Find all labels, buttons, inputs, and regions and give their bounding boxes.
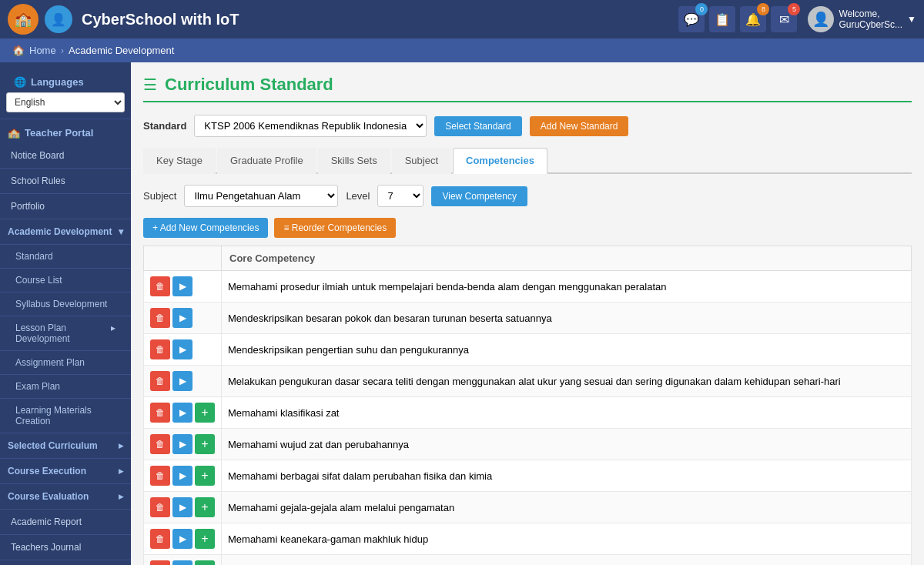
mail-badge: 5: [788, 3, 800, 15]
select-standard-button[interactable]: Select Standard: [434, 116, 521, 136]
subject-select[interactable]: Ilmu Pengetahuan Alam Bahasa Indonesia M…: [184, 185, 338, 207]
page-title: Curriculum Standard: [165, 75, 333, 95]
play-button-8[interactable]: ▶: [172, 529, 192, 549]
delete-button-2[interactable]: 🗑: [150, 339, 170, 359]
user-dropdown-icon[interactable]: ▼: [907, 14, 916, 25]
play-button-3[interactable]: ▶: [172, 371, 192, 391]
delete-button-0[interactable]: 🗑: [150, 276, 170, 296]
level-select[interactable]: 7 8 9: [377, 185, 424, 207]
main-layout: 🌐 Languages English Indonesian 🏫 Teacher…: [0, 62, 924, 565]
play-button-6[interactable]: ▶: [172, 466, 192, 486]
sidebar-item-portfolio[interactable]: Portfolio: [0, 194, 131, 219]
competency-table: Core Competency 🗑▶Memahami prosedur ilmi…: [143, 246, 912, 565]
sidebar-item-lesson-plan[interactable]: Lesson Plan Development ▸: [0, 316, 131, 351]
delete-button-4[interactable]: 🗑: [150, 403, 170, 423]
sidebar-item-course-list[interactable]: Course List: [0, 269, 131, 293]
app-title: CyberSchool with IoT: [82, 11, 678, 28]
note-button[interactable]: 📋: [709, 6, 735, 32]
delete-button-8[interactable]: 🗑: [150, 529, 170, 549]
delete-button-6[interactable]: 🗑: [150, 466, 170, 486]
table-row: 🗑▶Mendeskripsikan besaran pokok dan besa…: [144, 303, 912, 334]
sidebar-item-academic-report[interactable]: Academic Report: [0, 510, 131, 535]
sidebar-item-learning-materials[interactable]: Learning Materials Creation: [0, 399, 131, 433]
table-row: 🗑▶Mendeskripsikan pengertian suhu dan pe…: [144, 334, 912, 366]
course-execution-arrow: ▸: [119, 466, 123, 476]
lesson-plan-label: Lesson Plan Development: [15, 323, 111, 344]
add-sub-button-8[interactable]: +: [195, 529, 215, 549]
add-sub-button-5[interactable]: +: [195, 434, 215, 454]
play-button-5[interactable]: ▶: [172, 434, 192, 454]
add-competencies-button[interactable]: + Add New Competencies: [143, 218, 268, 238]
row-actions-0: 🗑▶: [144, 271, 222, 303]
user-avatar-top: 👤: [45, 5, 72, 33]
reorder-competencies-button[interactable]: ≡ Reorder Competencies: [274, 218, 396, 238]
sidebar-item-assignment-plan[interactable]: Assignment Plan: [0, 351, 131, 375]
sidebar-item-teachers-journal[interactable]: Teachers Journal: [0, 535, 131, 560]
row-actions-4: 🗑▶+: [144, 397, 222, 429]
add-sub-button-9[interactable]: +: [195, 560, 215, 565]
syllabus-dev-label: Syllabus Development: [15, 299, 107, 309]
breadcrumb-current: Academic Development: [69, 45, 174, 56]
add-standard-button[interactable]: Add New Standard: [530, 116, 629, 136]
delete-button-3[interactable]: 🗑: [150, 371, 170, 391]
exam-plan-label: Exam Plan: [15, 381, 60, 392]
standard-select[interactable]: KTSP 2006 Kemendiknas Republik Indonesia…: [194, 115, 427, 137]
tab-subject[interactable]: Subject: [392, 148, 451, 174]
tab-competencies[interactable]: Competencies: [453, 148, 547, 174]
play-button-7[interactable]: ▶: [172, 497, 192, 517]
sidebar-item-standard[interactable]: Standard: [0, 245, 131, 269]
teacher-portal-title: 🏫 Teacher Portal: [0, 119, 131, 143]
competency-text-3: Melakukan pengukuran dasar secara teliti…: [222, 366, 912, 397]
table-row: 🗑▶+Memahami keanekara-gaman makhluk hidu…: [144, 523, 912, 555]
language-select[interactable]: English Indonesian: [6, 92, 125, 112]
sidebar-item-syllabus-dev[interactable]: Syllabus Development: [0, 293, 131, 316]
delete-button-5[interactable]: 🗑: [150, 434, 170, 454]
play-button-1[interactable]: ▶: [172, 308, 192, 328]
sidebar-item-school-rules[interactable]: School Rules: [0, 169, 131, 194]
competency-text-1: Mendeskripsikan besaran pokok dan besara…: [222, 303, 912, 334]
mail-button[interactable]: ✉ 5: [771, 6, 797, 32]
delete-button-1[interactable]: 🗑: [150, 308, 170, 328]
delete-button-7[interactable]: 🗑: [150, 497, 170, 517]
add-sub-button-7[interactable]: +: [195, 497, 215, 517]
bell-button[interactable]: 🔔 8: [740, 6, 766, 32]
competency-text-6: Memahami berbagai sifat dalam perubahan …: [222, 460, 912, 492]
tab-skills-sets[interactable]: Skills Sets: [318, 148, 390, 174]
row-actions-8: 🗑▶+: [144, 523, 222, 555]
play-button-0[interactable]: ▶: [172, 276, 192, 296]
play-button-2[interactable]: ▶: [172, 339, 192, 359]
sidebar-item-exam-plan[interactable]: Exam Plan: [0, 375, 131, 399]
play-button-4[interactable]: ▶: [172, 403, 192, 423]
user-welcome: Welcome, GuruCyberSc...: [839, 8, 902, 30]
tab-key-stage[interactable]: Key Stage: [143, 148, 216, 174]
add-sub-button-4[interactable]: +: [195, 403, 215, 423]
school-rules-label: School Rules: [11, 176, 65, 186]
play-button-9[interactable]: ▶: [172, 560, 192, 565]
selected-curriculum-group[interactable]: Selected Curriculum ▸: [0, 433, 131, 459]
course-evaluation-group[interactable]: Course Evaluation ▸: [0, 484, 131, 510]
delete-button-9[interactable]: 🗑: [150, 560, 170, 565]
page-header: ☰ Curriculum Standard: [143, 75, 912, 102]
add-sub-button-6[interactable]: +: [195, 466, 215, 486]
row-actions-1: 🗑▶: [144, 303, 222, 334]
sidebar: 🌐 Languages English Indonesian 🏫 Teacher…: [0, 62, 131, 565]
btn-group-4: 🗑▶+: [150, 403, 215, 423]
welcome-text: Welcome,: [839, 8, 902, 19]
level-label: Level: [346, 190, 370, 202]
academic-dev-label: Academic Development: [8, 226, 112, 237]
course-execution-group[interactable]: Course Execution ▸: [0, 459, 131, 484]
sidebar-item-notice-board[interactable]: Notice Board: [0, 143, 131, 169]
table-row: 🗑▶Melakukan pengukuran dasar secara teli…: [144, 366, 912, 397]
course-list-label: Course List: [15, 275, 62, 286]
chat-button[interactable]: 💬 0: [678, 6, 705, 32]
btn-group-6: 🗑▶+: [150, 466, 215, 486]
breadcrumb-home[interactable]: Home: [29, 45, 56, 56]
table-row: 🗑▶Memahami prosedur ilmiah untuk mempela…: [144, 271, 912, 303]
academic-dev-title[interactable]: Academic Development ▾: [0, 219, 131, 245]
tab-graduate-profile[interactable]: Graduate Profile: [217, 148, 316, 174]
btn-group-5: 🗑▶+: [150, 434, 215, 454]
table-row: 🗑▶+Memahami berbagai sifat dalam perubah…: [144, 460, 912, 492]
standard-label: Standard: [15, 251, 53, 262]
app-logo: 🏫: [8, 4, 38, 35]
view-competency-button[interactable]: View Competency: [431, 186, 527, 206]
